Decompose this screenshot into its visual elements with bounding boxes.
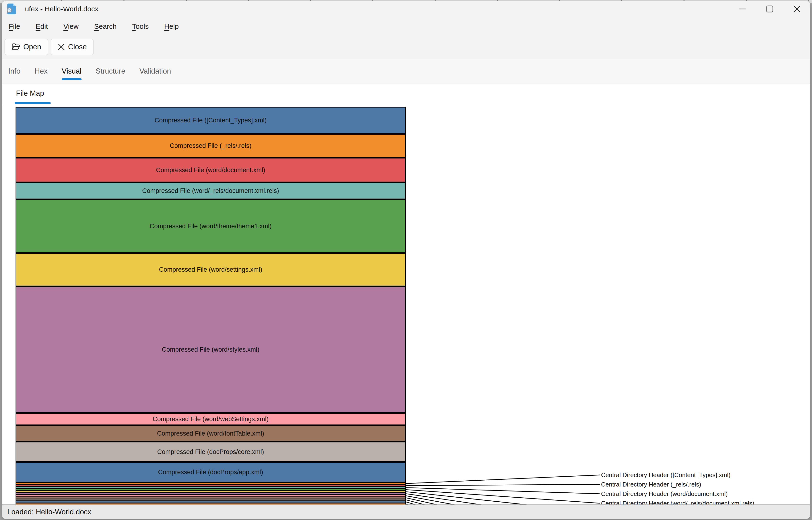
file-map-block[interactable]: Compressed File (word/webSettings.xml)	[16, 413, 406, 425]
file-map-block-label: Compressed File (word/document.xml)	[156, 166, 265, 174]
active-subtab-underline	[15, 102, 51, 104]
tab-info[interactable]: Info	[8, 67, 21, 75]
file-map-block[interactable]: Compressed File (word/theme/theme1.xml)	[16, 199, 406, 253]
toolbar: Open Close	[2, 36, 810, 59]
file-map-strip[interactable]	[16, 483, 406, 485]
caption-buttons	[732, 2, 808, 16]
titlebar: ufex - Hello-World.docx	[2, 1, 810, 17]
file-map-block[interactable]: Compressed File (docProps/app.xml)	[16, 462, 406, 483]
callout-label: Central Directory Header ([Content_Types…	[601, 471, 730, 479]
file-map-strip[interactable]	[16, 495, 406, 497]
close-button[interactable]	[786, 2, 808, 16]
file-map-strip[interactable]	[16, 493, 406, 495]
menu-item-tools[interactable]: Tools	[132, 22, 149, 30]
file-map-strip[interactable]	[16, 489, 406, 491]
status-text: Loaded: Hello-World.docx	[7, 508, 91, 516]
file-map-block-label: Compressed File (word/settings.xml)	[159, 266, 262, 273]
menu-item-search[interactable]: Search	[94, 22, 117, 30]
open-folder-icon	[11, 43, 20, 51]
maximize-icon	[766, 5, 774, 13]
file-map-block[interactable]: Compressed File (word/_rels/document.xml…	[16, 182, 406, 199]
file-map-block[interactable]: Compressed File (word/document.xml)	[16, 158, 406, 182]
window-title: ufex - Hello-World.docx	[25, 1, 98, 17]
file-map-strip[interactable]	[16, 485, 406, 487]
minimize-button[interactable]	[732, 2, 754, 16]
statusbar: Loaded: Hello-World.docx	[2, 504, 810, 519]
file-map-block[interactable]: Compressed File (_rels/.rels)	[16, 134, 406, 158]
file-map-block-label: Compressed File (word/_rels/document.xml…	[142, 187, 279, 194]
file-map-block-label: Compressed File (word/webSettings.xml)	[153, 416, 268, 423]
menu-item-edit[interactable]: Edit	[35, 22, 48, 30]
file-map-block-label: Compressed File (word/styles.xml)	[162, 346, 259, 353]
file-map-block-label: Compressed File (_rels/.rels)	[170, 142, 251, 150]
app-window: ufex - Hello-World.docx FileEditViewSear…	[2, 1, 810, 519]
tab-visual[interactable]: Visual	[62, 67, 82, 75]
file-map-canvas: Compressed File ([Content_Types].xml)Com…	[2, 105, 810, 519]
file-map-strip[interactable]	[16, 501, 406, 503]
subtabbar: File Map	[2, 83, 810, 105]
file-map-block[interactable]: Compressed File (word/fontTable.xml)	[16, 425, 406, 442]
file-map-block-label: Compressed File ([Content_Types].xml)	[155, 117, 267, 124]
file-map-strip[interactable]	[16, 499, 406, 501]
file-map-strip[interactable]	[16, 497, 406, 499]
close-icon	[793, 5, 801, 13]
file-map-block-label: Compressed File (docProps/core.xml)	[157, 448, 264, 456]
open-button-label: Open	[23, 43, 41, 51]
tab-structure[interactable]: Structure	[96, 67, 126, 75]
menubar: FileEditViewSearchToolsHelp	[2, 17, 810, 36]
menu-item-help[interactable]: Help	[164, 22, 179, 30]
tabbar: InfoHexVisualStructureValidation	[2, 59, 810, 83]
menu-item-view[interactable]: View	[63, 22, 79, 30]
callout-label: Central Directory Header (word/document.…	[601, 490, 728, 498]
app-icon	[7, 3, 17, 15]
file-map-block[interactable]: Compressed File (docProps/core.xml)	[16, 442, 406, 462]
x-icon	[58, 44, 65, 50]
close-button-label: Close	[68, 43, 87, 51]
file-map-strip[interactable]	[16, 487, 406, 489]
tab-validation[interactable]: Validation	[139, 67, 171, 75]
file-map-block-label: Compressed File (word/theme/theme1.xml)	[150, 223, 272, 230]
menu-item-file[interactable]: File	[9, 22, 20, 30]
tab-hex[interactable]: Hex	[35, 67, 48, 75]
tab-file-map[interactable]: File Map	[16, 83, 44, 103]
active-tab-underline	[62, 78, 82, 80]
file-map-block[interactable]: Compressed File ([Content_Types].xml)	[16, 107, 406, 134]
open-file-button[interactable]: Open	[4, 39, 48, 55]
maximize-button[interactable]	[759, 2, 781, 16]
close-file-button[interactable]: Close	[51, 39, 94, 55]
minimize-icon	[739, 5, 747, 13]
file-map-block[interactable]: Compressed File (word/styles.xml)	[16, 286, 406, 413]
file-map-block-label: Compressed File (docProps/app.xml)	[158, 469, 263, 476]
file-map-block[interactable]: Compressed File (word/settings.xml)	[16, 253, 406, 286]
callout-label: Central Directory Header (_rels/.rels)	[601, 481, 701, 488]
file-map-column: Compressed File ([Content_Types].xml)Com…	[16, 107, 406, 505]
file-map-strip[interactable]	[16, 491, 406, 493]
file-map-block-label: Compressed File (word/fontTable.xml)	[157, 430, 264, 437]
